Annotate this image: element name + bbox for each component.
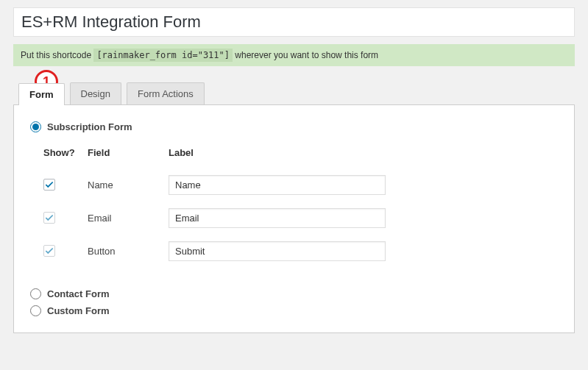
form-panel: Subscription Form Show? Field Label Name bbox=[13, 104, 575, 333]
table-row: Name bbox=[38, 168, 565, 202]
radio-subscription-label: Subscription Form bbox=[47, 121, 132, 132]
table-row: Email bbox=[38, 202, 565, 235]
shortcode-notice: Put this shortcode [rainmaker_form id="3… bbox=[13, 44, 575, 66]
checkbox-show-name[interactable] bbox=[43, 179, 55, 191]
option-subscription-form[interactable]: Subscription Form bbox=[30, 121, 558, 132]
checkbox-show-button bbox=[43, 245, 55, 257]
tab-form[interactable]: Form bbox=[18, 83, 65, 105]
header-label: Label bbox=[163, 143, 565, 168]
header-show: Show? bbox=[38, 143, 82, 168]
tab-design[interactable]: Design bbox=[70, 82, 121, 104]
radio-custom[interactable] bbox=[30, 305, 41, 316]
option-contact-form[interactable]: Contact Form bbox=[30, 288, 558, 299]
page-title: ES+RM Integration Form bbox=[21, 13, 567, 32]
option-custom-form[interactable]: Custom Form bbox=[30, 305, 558, 316]
page-title-container: ES+RM Integration Form bbox=[13, 7, 575, 37]
field-email: Email bbox=[82, 202, 163, 235]
check-icon bbox=[44, 246, 54, 256]
notice-prefix: Put this shortcode bbox=[21, 50, 93, 60]
label-input-button[interactable] bbox=[169, 241, 386, 261]
checkbox-show-email bbox=[43, 212, 55, 224]
label-input-email[interactable] bbox=[169, 208, 386, 228]
header-field: Field bbox=[82, 143, 163, 168]
radio-contact[interactable] bbox=[30, 288, 41, 299]
radio-contact-label: Contact Form bbox=[47, 288, 110, 299]
radio-custom-label: Custom Form bbox=[47, 305, 110, 316]
field-name: Name bbox=[82, 168, 163, 202]
label-input-name[interactable] bbox=[169, 175, 386, 195]
tab-bar: Form Design Form Actions bbox=[13, 82, 575, 104]
field-button: Button bbox=[82, 235, 163, 268]
fields-table: Show? Field Label Name bbox=[38, 143, 565, 268]
check-icon bbox=[44, 213, 54, 223]
radio-subscription[interactable] bbox=[30, 121, 41, 132]
table-row: Button bbox=[38, 235, 565, 268]
check-icon bbox=[44, 179, 54, 190]
tab-form-actions[interactable]: Form Actions bbox=[127, 82, 205, 104]
shortcode-code: [rainmaker_form id="311"] bbox=[93, 49, 233, 62]
notice-suffix: wherever you want to show this form bbox=[235, 50, 378, 60]
